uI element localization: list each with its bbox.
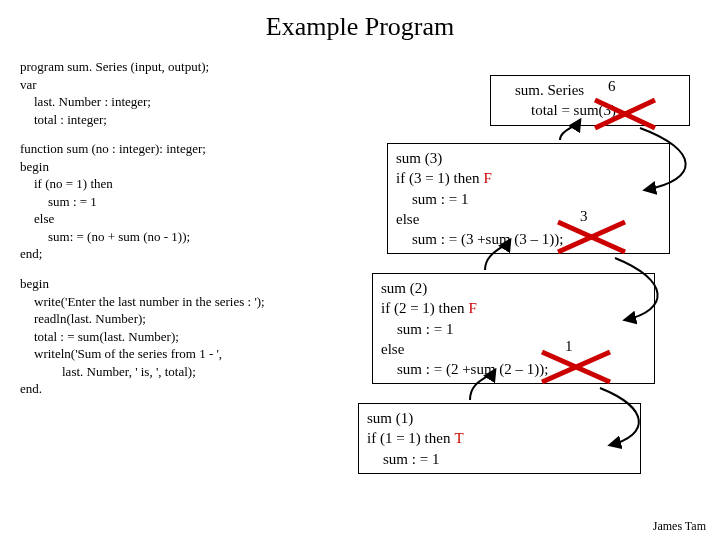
code-line: last. Number : integer;	[20, 93, 320, 111]
frame-sum-3: sum (3) if (3 = 1) thenF sum : = 1 else …	[387, 143, 670, 254]
code-line: total : = sum(last. Number);	[20, 328, 320, 346]
code-line: function sum (no : integer): integer;	[20, 140, 320, 158]
code-line: if (no = 1) then	[20, 175, 320, 193]
truth-true: T	[450, 430, 463, 446]
frame-line: else	[396, 209, 661, 229]
frame-line: sum : = 1	[367, 449, 632, 469]
code-line: sum : = 1	[20, 193, 320, 211]
code-line: begin	[20, 158, 320, 176]
return-value-1: 1	[565, 338, 573, 355]
frame-line: sum (1)	[367, 408, 632, 428]
code-line: var	[20, 76, 320, 94]
code-line: last. Number, ' is, ', total);	[20, 363, 320, 381]
truth-false: F	[464, 300, 476, 316]
frame-line: if (2 = 1) thenF	[381, 298, 646, 318]
frame-sum-series: sum. Series total = sum(3)	[490, 75, 690, 126]
code-line: readln(last. Number);	[20, 310, 320, 328]
author-credit: James Tam	[653, 519, 706, 534]
frame-line: if (3 = 1) thenF	[396, 168, 661, 188]
frame-line: sum. Series	[499, 80, 681, 100]
code-line: write('Enter the last number in the seri…	[20, 293, 320, 311]
frame-line: sum : = 1	[396, 189, 661, 209]
frame-line: else	[381, 339, 646, 359]
code-line: else	[20, 210, 320, 228]
code-line: program sum. Series (input, output);	[20, 58, 320, 76]
code-line: end.	[20, 380, 320, 398]
return-value-3: 3	[580, 208, 588, 225]
code-line: sum: = (no + sum (no - 1));	[20, 228, 320, 246]
frame-line: sum : = 1	[381, 319, 646, 339]
source-code: program sum. Series (input, output); var…	[20, 58, 320, 398]
frame-line: sum : = (3 +sum (3 – 1));	[396, 229, 661, 249]
frame-line: sum (3)	[396, 148, 661, 168]
frame-line: sum (2)	[381, 278, 646, 298]
frame-sum-1: sum (1) if (1 = 1) thenT sum : = 1	[358, 403, 641, 474]
code-line: total : integer;	[20, 111, 320, 129]
code-line: begin	[20, 275, 320, 293]
frame-line: total = sum(3)	[499, 100, 681, 120]
return-value-6: 6	[608, 78, 616, 95]
truth-false: F	[479, 170, 491, 186]
frame-sum-2: sum (2) if (2 = 1) thenF sum : = 1 else …	[372, 273, 655, 384]
code-line: writeln('Sum of the series from 1 - ',	[20, 345, 320, 363]
frame-line: sum : = (2 +sum (2 – 1));	[381, 359, 646, 379]
code-line: end;	[20, 245, 320, 263]
frame-line: if (1 = 1) thenT	[367, 428, 632, 448]
page-title: Example Program	[0, 0, 720, 42]
